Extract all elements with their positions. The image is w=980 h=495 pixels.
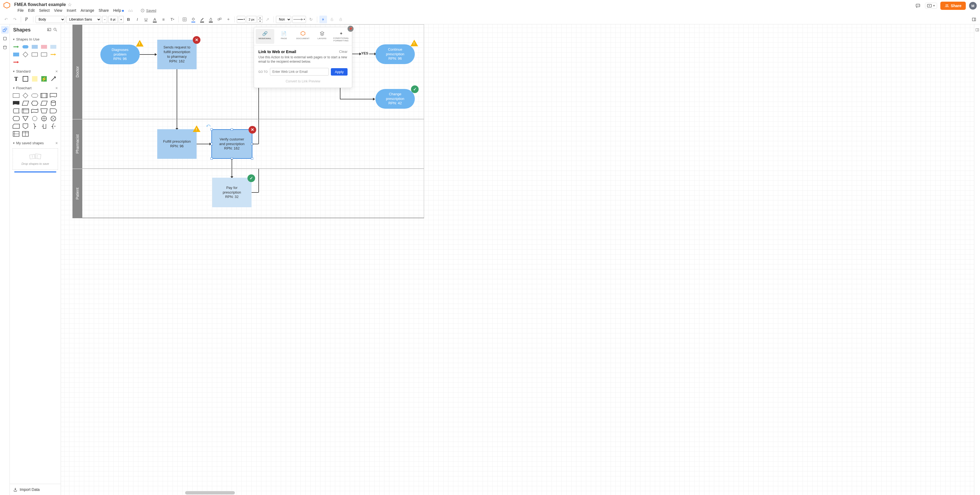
lock-closed-button[interactable]	[337, 16, 345, 23]
font-size-increase[interactable]: +	[119, 16, 124, 23]
stroke-width-input[interactable]	[247, 16, 256, 23]
link-url-input[interactable]	[270, 68, 329, 75]
shape-arrow-green[interactable]	[13, 44, 20, 50]
fc-offpage[interactable]	[22, 123, 29, 129]
menu-arrange[interactable]: Arrange	[81, 8, 94, 13]
shape-rect-solidblue[interactable]	[13, 52, 20, 57]
fc-data[interactable]	[22, 101, 29, 106]
line-start-button[interactable]: ↗	[264, 16, 271, 23]
search-shapes-icon[interactable]	[53, 27, 57, 33]
line-color-button[interactable]	[207, 16, 215, 23]
favorite-star-icon[interactable]: ☆	[68, 2, 72, 8]
fc-multidoc[interactable]	[13, 101, 20, 106]
menu-edit[interactable]: Edit	[28, 8, 35, 13]
node-change[interactable]: ChangeprescriptionRPN: 42	[375, 89, 415, 109]
container-tool-icon[interactable]	[1, 35, 9, 42]
line-style-selector[interactable]: ▾	[237, 16, 245, 23]
magic-button[interactable]: ✦	[224, 16, 232, 23]
fc-display[interactable]	[13, 116, 20, 121]
close-flowchart-icon[interactable]: ✕	[55, 86, 58, 90]
undo-button[interactable]: ↶	[2, 16, 10, 23]
section-standard[interactable]: ▼Standard✕	[10, 68, 61, 75]
menu-file[interactable]: File	[18, 8, 24, 13]
italic-button[interactable]: I	[134, 16, 141, 23]
node-fulfill[interactable]: Fulfill prescriptionRPN: 96	[157, 129, 197, 159]
fc-swimlane-h[interactable]	[13, 131, 20, 137]
tab-page[interactable]: 📄PAGE	[275, 29, 293, 44]
fc-process[interactable]	[13, 93, 20, 98]
comment-icon[interactable]	[914, 2, 922, 10]
fc-document[interactable]	[50, 93, 57, 98]
fc-card[interactable]	[13, 123, 20, 129]
document-title[interactable]: FMEA flowchart example	[14, 2, 66, 7]
menu-share[interactable]: Share	[99, 8, 109, 13]
apply-button[interactable]: Apply	[331, 68, 348, 75]
share-button[interactable]: Share	[940, 2, 966, 10]
tab-web-email[interactable]: 🔗WEB/EMAIL	[256, 29, 274, 44]
fc-or[interactable]	[40, 116, 48, 121]
convert-link-preview[interactable]: Convert to Link Preview	[258, 80, 348, 83]
panel-toggle-button[interactable]	[970, 16, 978, 23]
fc-merge[interactable]	[22, 116, 29, 121]
fc-database[interactable]	[50, 101, 57, 106]
shape-text[interactable]: T	[13, 76, 20, 81]
shape-rect-pink[interactable]	[40, 44, 48, 50]
menu-help[interactable]: Help	[113, 8, 124, 13]
shape-hotspot[interactable]: ⚡	[40, 76, 48, 81]
fc-swimlane-v[interactable]	[22, 131, 29, 137]
border-color-button[interactable]	[198, 16, 206, 23]
shape-rect-lightblue[interactable]	[50, 44, 57, 50]
underline-button[interactable]: U	[142, 16, 150, 23]
canvas[interactable]: Doctor DiagnosesproblemRPN: 96 Sends req…	[61, 24, 974, 495]
fc-brace-left[interactable]	[50, 123, 57, 129]
shape-arrow-yellow[interactable]	[50, 52, 57, 57]
fc-hexagon[interactable]	[31, 101, 38, 106]
shapes-tool-icon[interactable]	[1, 26, 9, 34]
fc-connector[interactable]	[31, 116, 38, 121]
node-pay[interactable]: Pay forprescriptionRPN: 32	[212, 178, 251, 207]
fc-parallelogram[interactable]	[40, 101, 48, 106]
bold-button[interactable]: B	[125, 16, 132, 23]
tab-document[interactable]: DOCUMENT	[294, 29, 312, 44]
arrow-start-selector[interactable]: None	[276, 16, 291, 23]
arrow-line-selector[interactable]: ▾	[292, 16, 306, 23]
fc-decision[interactable]	[22, 93, 29, 98]
shape-line-arrow[interactable]	[50, 76, 57, 81]
stroke-inc[interactable]: ▴	[258, 16, 262, 19]
shape-rect-outline[interactable]	[31, 52, 38, 57]
font-size-decrease[interactable]: −	[102, 16, 107, 23]
clear-link-button[interactable]: Clear	[339, 50, 348, 54]
line-jump-button[interactable]: ↻	[307, 16, 315, 23]
image-library-icon[interactable]	[47, 27, 51, 33]
font-size-input[interactable]	[108, 16, 118, 23]
shape-arrow-red[interactable]	[13, 59, 20, 65]
fc-brace-right[interactable]	[31, 123, 38, 129]
shape-rect-outline2[interactable]	[40, 52, 48, 57]
menu-select[interactable]: Select	[39, 8, 50, 13]
menu-view[interactable]: View	[54, 8, 62, 13]
fc-sum[interactable]	[50, 116, 57, 121]
fc-manual[interactable]	[40, 108, 48, 113]
pin-panel-icon[interactable]: 📌	[348, 26, 353, 32]
close-standard-icon[interactable]: ✕	[55, 70, 58, 73]
fc-stored[interactable]	[13, 108, 20, 113]
lane-label-patient[interactable]: Patient	[72, 169, 82, 218]
shape-fill-button[interactable]	[181, 16, 188, 23]
shape-pill-blue[interactable]	[22, 44, 29, 50]
node-send-request[interactable]: Sends request tofulfill prescriptionto p…	[157, 40, 197, 69]
lock-button[interactable]	[328, 16, 336, 23]
tab-conditional[interactable]: ✦CONDITIONAL FORMATTING	[332, 29, 350, 44]
node-continue[interactable]: ContinueprescriptionRPN: 96	[375, 44, 415, 64]
menu-insert[interactable]: Insert	[67, 8, 76, 13]
text-align-button[interactable]: ≡	[160, 16, 167, 23]
shape-style-button[interactable]	[216, 16, 223, 23]
section-shapes-in-use[interactable]: ▼Shapes In Use	[10, 35, 61, 43]
shape-diamond[interactable]	[22, 52, 29, 57]
rotate-handle-icon[interactable]	[206, 123, 212, 128]
fc-tape[interactable]	[31, 108, 38, 113]
data-tool-icon[interactable]	[1, 43, 9, 51]
present-button[interactable]: ▼	[925, 3, 937, 9]
fill-color-button[interactable]	[189, 16, 197, 23]
redo-button[interactable]: ↷	[11, 16, 19, 23]
horizontal-scrollbar[interactable]	[185, 491, 235, 495]
